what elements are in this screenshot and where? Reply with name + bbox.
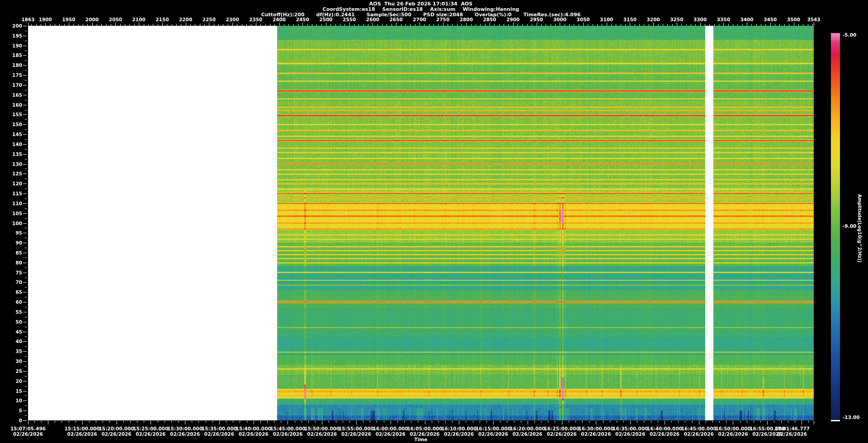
date-label: 02/26/2026	[777, 431, 807, 437]
freq-tick-label: 195	[12, 33, 22, 38]
freq-tick-label: 30	[15, 358, 22, 364]
time-tick-label: 16:40:00.000	[647, 426, 682, 431]
time-tick-label: 15:40:00.000	[236, 426, 271, 431]
freq-tick-label: 35	[15, 349, 22, 354]
date-label: 02/26/2026	[136, 431, 165, 437]
header-params-line-1: CoordSystem:es18SensorID:es18Axis:sumWin…	[28, 7, 814, 12]
header-params-line-2: Cuttoff(Hz):200df(Hz):0.2441Sample/Sec:5…	[28, 12, 814, 18]
aos-spectrogram-window: AOS Thu 26 Feb 2026 17:01:34 AOS CoordSy…	[0, 0, 868, 443]
date-label: 02/26/2026	[718, 431, 748, 437]
freq-tick-label: 60	[15, 299, 22, 305]
freq-tick-label: 180	[12, 62, 22, 68]
time-tick-label: 16:25:00.000	[544, 426, 580, 431]
date-label: 02/26/2026	[376, 431, 406, 437]
freq-tick-label: 160	[12, 102, 22, 108]
freq-tick-label: 135	[12, 151, 22, 157]
freq-tick-label: 110	[12, 201, 22, 206]
freq-tick-label: 55	[15, 309, 22, 315]
freq-tick-label: 85	[15, 250, 22, 255]
freq-tick-label: 105	[12, 211, 22, 216]
freq-tick-label: 45	[15, 329, 22, 335]
date-label: 02/26/2026	[273, 431, 302, 437]
date-label: 02/26/2026	[547, 431, 577, 437]
freq-tick-label: 100	[12, 221, 22, 226]
freq-tick-label: 50	[15, 319, 22, 325]
freq-tick-label: 140	[12, 141, 22, 147]
date-label: 02/26/2026	[478, 431, 508, 437]
time-tick-label: 16:15:00.000	[476, 426, 511, 431]
time-tick-label: 15:20:00.000	[99, 426, 134, 431]
freq-tick-label: 170	[12, 82, 22, 88]
colorbar-max-label: -5.00	[843, 32, 856, 38]
time-tick-label: 15:35:00.000	[202, 426, 237, 431]
freq-tick-label: 155	[12, 112, 22, 117]
date-label: 02/26/2026	[684, 431, 714, 437]
time-tick-label: 15:55:00.000	[339, 426, 374, 431]
freq-tick-label: 65	[15, 289, 22, 295]
time-tick-label: 15:25:00.000	[133, 426, 168, 431]
freq-tick-label: 130	[12, 161, 22, 167]
time-tick-label: 15:07:05.496	[10, 426, 46, 431]
time-tick-label: 16:00:00.000	[373, 426, 408, 431]
freq-tick-label: 40	[15, 339, 22, 344]
date-label: 02/26/2026	[239, 431, 269, 437]
time-tick-label: 16:30:00.000	[578, 426, 613, 431]
freq-tick-label: 15	[15, 388, 22, 394]
date-label: 02/26/2026	[204, 431, 234, 437]
freq-tick-label: 115	[12, 191, 22, 196]
freq-tick-label: 200	[12, 23, 22, 28]
date-label: 02/26/2026	[102, 431, 132, 437]
time-tick-label: 16:35:00.000	[613, 426, 648, 431]
time-tick-label: 17:01:46.777	[774, 426, 810, 431]
date-label: 02/26/2026	[67, 431, 97, 437]
time-tick-label: 15:30:00.000	[167, 426, 203, 431]
time-axis-title: Time	[415, 437, 428, 442]
date-label: 02/26/2026	[307, 431, 337, 437]
freq-tick-label: 190	[12, 43, 22, 48]
freq-tick-label: 145	[12, 132, 22, 137]
freq-tick-label: 90	[15, 240, 22, 245]
freq-tick-label: 95	[15, 230, 22, 236]
date-label: 02/26/2026	[170, 431, 200, 437]
date-label: 02/26/2026	[13, 431, 43, 437]
time-tick-label: 16:45:00.000	[681, 426, 717, 431]
param-timeres: TimeRes.(sec):4.096	[524, 12, 581, 18]
freq-tick-label: 150	[12, 122, 22, 127]
freq-tick-label: 185	[12, 52, 22, 58]
freq-tick-label: 5	[19, 408, 22, 413]
time-tick-label: 15:50:00.000	[304, 426, 340, 431]
time-tick-label: 15:45:00.000	[270, 426, 305, 431]
param-overlap: Overlap(%):0	[475, 12, 512, 18]
freq-tick-label: 20	[15, 378, 22, 384]
param-cutoff: Cuttoff(Hz):200	[261, 12, 305, 18]
colorbar-mid-label: -9.00	[843, 223, 856, 229]
freq-tick-label: 25	[15, 368, 22, 374]
date-label: 02/26/2026	[650, 431, 679, 437]
freq-tick-label: 70	[15, 279, 22, 285]
freq-tick-label: 165	[12, 92, 22, 98]
time-tick-label: 16:05:00.000	[407, 426, 442, 431]
freq-tick-label: 175	[12, 72, 22, 78]
freq-tick-label: 0	[19, 418, 22, 423]
time-tick-label: 16:10:00.000	[441, 426, 476, 431]
time-tick-label: 16:20:00.000	[510, 426, 545, 431]
freq-tick-label: 80	[15, 260, 22, 265]
colorbar-min-label: -13.00	[843, 415, 860, 420]
date-label: 02/26/2026	[444, 431, 474, 437]
date-label: 02/26/2026	[615, 431, 645, 437]
param-psdsize: PSD size:2048	[423, 12, 463, 18]
param-samplerate: Sample/Sec:500	[367, 12, 411, 18]
param-df: df(Hz):0.2441	[316, 12, 355, 18]
freq-tick-label: 75	[15, 270, 22, 275]
freq-tick-label: 10	[15, 398, 22, 403]
freq-tick-label: 120	[12, 181, 22, 186]
freq-tick-label: 125	[12, 171, 22, 176]
spectrogram-plot[interactable]	[0, 0, 868, 443]
colorbar-title: Amplitude(Log10(g^2/Hz))	[857, 194, 862, 263]
plot-header: AOS Thu 26 Feb 2026 17:01:34 AOS CoordSy…	[28, 1, 814, 18]
time-tick-label: 15:15:00.000	[65, 426, 100, 431]
date-label: 02/26/2026	[410, 431, 439, 437]
time-tick-label: 16:50:00.000	[715, 426, 750, 431]
date-label: 02/26/2026	[581, 431, 611, 437]
date-label: 02/26/2026	[513, 431, 542, 437]
